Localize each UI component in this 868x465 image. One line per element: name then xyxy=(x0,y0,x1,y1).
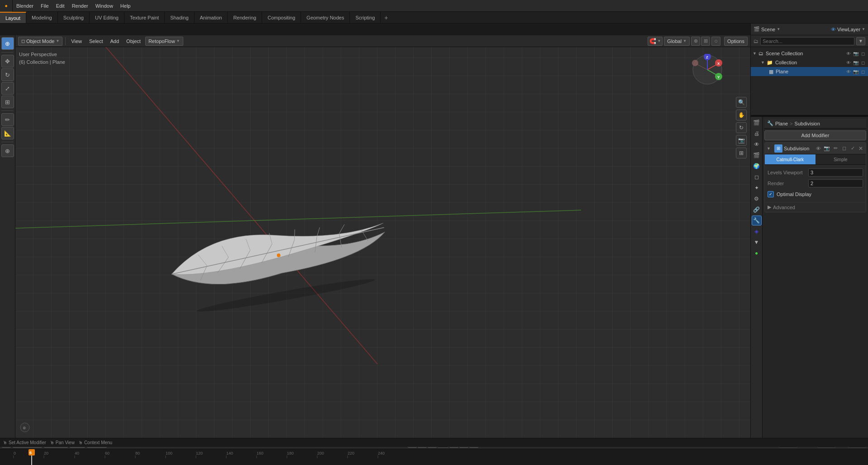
object-menu[interactable]: Object xyxy=(124,37,143,46)
tab-texture-paint[interactable]: Texture Paint xyxy=(124,12,165,23)
tab-modeling[interactable]: Modeling xyxy=(26,12,58,23)
mod-close-btn[interactable]: ✕ xyxy=(858,145,864,152)
plane-eye[interactable]: 👁 xyxy=(845,68,852,75)
outliner-search[interactable] xyxy=(760,37,854,45)
scene-collection-render[interactable]: ◻ xyxy=(860,50,866,57)
advanced-header[interactable]: ▶ Advanced xyxy=(768,204,863,210)
view-pan-btn[interactable]: ✋ xyxy=(736,110,747,120)
view-orbit-btn[interactable]: ↻ xyxy=(736,122,747,133)
collection-cam[interactable]: 📷 xyxy=(853,59,859,66)
options-btn[interactable]: Options xyxy=(724,37,748,46)
mod-visibility-icon[interactable]: 👁 xyxy=(815,145,822,152)
transform-icon-2[interactable]: ⊞ xyxy=(701,37,710,46)
optimal-display-checkbox[interactable]: ✓ xyxy=(768,191,774,197)
tab-catmull-clark[interactable]: Catmull-Clark xyxy=(765,154,816,164)
menu-edit[interactable]: Edit xyxy=(52,0,68,11)
magnet-icon[interactable]: 🧲 xyxy=(649,38,656,44)
view-menu[interactable]: View xyxy=(68,37,85,46)
tool-annotate[interactable]: ✏ xyxy=(1,113,14,126)
collection-eye[interactable]: 👁 xyxy=(845,59,852,66)
prop-output-icon[interactable]: 🖨 xyxy=(752,129,762,139)
scene-collection-label: Scene Collection xyxy=(766,51,844,56)
mod-apply-icon[interactable]: ✓ xyxy=(849,145,856,152)
collection-render[interactable]: ◻ xyxy=(860,59,866,66)
tab-shading[interactable]: Shading xyxy=(165,12,194,23)
svg-text:6: 6 xyxy=(29,451,32,455)
tab-animation[interactable]: Animation xyxy=(195,12,228,23)
menu-render[interactable]: Render xyxy=(68,0,92,11)
transform-icon-1[interactable]: ⊕ xyxy=(691,37,700,46)
prop-shader-icon[interactable]: ◈ xyxy=(752,226,762,236)
prop-object-icon[interactable]: ◻ xyxy=(752,172,762,182)
global-dropdown[interactable]: Global ▼ xyxy=(664,37,690,46)
tab-simple[interactable]: Simple xyxy=(816,154,866,164)
prop-modifier-icon[interactable]: 🔧 xyxy=(752,216,762,225)
mod-cage-icon[interactable]: ◻ xyxy=(840,145,848,152)
menu-blender[interactable]: Blender xyxy=(13,0,37,11)
tool-measure[interactable]: 📐 xyxy=(1,127,14,139)
proportional-icon[interactable]: ○ xyxy=(711,37,720,46)
sep1 xyxy=(65,37,66,45)
nav-gizmo[interactable]: X Y Z xyxy=(692,54,723,86)
prop-constraints-icon[interactable]: 🔗 xyxy=(752,205,762,215)
status-item-1: 🖱 Set Active Modifier xyxy=(3,440,46,445)
tool-scale[interactable]: ⤢ xyxy=(1,82,14,95)
levels-viewport-value[interactable]: 3 xyxy=(808,168,863,177)
tab-sculpting[interactable]: Sculpting xyxy=(58,12,90,23)
prop-world-icon[interactable]: 🌍 xyxy=(752,161,762,171)
plane-render[interactable]: ◻ xyxy=(860,68,866,75)
tool-add[interactable]: ⊕ xyxy=(1,144,14,157)
mode-dropdown[interactable]: ◻ Object Mode ▼ xyxy=(18,37,62,46)
prop-scene-icon[interactable]: 🎬 xyxy=(752,150,762,160)
breadcrumb-object[interactable]: Plane xyxy=(775,121,788,126)
prop-particles-icon[interactable]: ✦ xyxy=(752,183,762,193)
tool-cursor[interactable]: ⊕ xyxy=(1,37,14,50)
view-camera-btn[interactable]: 📷 xyxy=(736,135,747,146)
breadcrumb-icon: 🔧 xyxy=(767,120,773,126)
prop-render-icon[interactable]: 🎬 xyxy=(752,118,762,128)
scene-selector[interactable]: 🎬 Scene ▼ xyxy=(754,26,780,32)
prop-material-icon[interactable]: ● xyxy=(752,248,762,258)
prop-physics-icon[interactable]: ⚙ xyxy=(752,194,762,204)
svg-text:220: 220 xyxy=(348,451,354,455)
scene-collection-cam[interactable]: 📷 xyxy=(853,50,859,57)
retopoflow-dropdown[interactable]: RetopoFlow ▼ xyxy=(145,37,183,46)
add-modifier-btn[interactable]: Add Modifier xyxy=(764,130,866,140)
menu-window[interactable]: Window xyxy=(92,0,117,11)
tab-uv-editing[interactable]: UV Editing xyxy=(90,12,124,23)
viewlayer-selector[interactable]: 👁 ViewLayer ▼ xyxy=(831,27,865,32)
prop-data-icon[interactable]: ▼ xyxy=(752,237,762,247)
render-value[interactable]: 2 xyxy=(808,179,863,187)
tab-rendering[interactable]: Rendering xyxy=(228,12,262,23)
mod-collapse-btn[interactable]: ▼ xyxy=(767,146,773,151)
prop-viewlayer-icon[interactable]: 👁 xyxy=(752,139,762,149)
tab-geometry-nodes[interactable]: Geometry Nodes xyxy=(301,12,350,23)
menu-help[interactable]: Help xyxy=(117,0,134,11)
blender-logo: 🔸 xyxy=(0,0,13,12)
outliner-plane[interactable]: ▦ Plane 👁 📷 ◻ xyxy=(751,67,868,76)
tool-transform[interactable]: ⊞ xyxy=(1,96,14,108)
view-quad-btn[interactable]: ⊞ xyxy=(736,148,747,158)
tab-layout[interactable]: Layout xyxy=(0,12,26,23)
tool-rotate[interactable]: ↻ xyxy=(1,68,14,81)
outliner-filter-btn[interactable]: ▼ xyxy=(856,37,865,45)
plane-cam[interactable]: 📷 xyxy=(853,68,859,75)
scene-collection-eye[interactable]: 👁 xyxy=(845,50,852,57)
tab-compositing[interactable]: Compositing xyxy=(262,12,301,23)
add-menu[interactable]: Add xyxy=(108,37,122,46)
mod-edit-icon[interactable]: ✏ xyxy=(832,145,839,152)
timeline-track[interactable]: 0 20 40 60 80 100 120 140 160 180 200 22… xyxy=(0,449,868,465)
optimal-display-label: Optimal Display xyxy=(777,192,811,197)
mod-render-icon[interactable]: 📷 xyxy=(823,145,830,152)
tab-add-button[interactable]: + xyxy=(381,14,391,21)
menu-file[interactable]: File xyxy=(37,0,52,11)
outliner-scene-collection[interactable]: ▼ 🗂 Scene Collection 👁 📷 ◻ xyxy=(751,49,868,58)
view-zoom-btn[interactable]: 🔍 xyxy=(736,97,747,108)
snap-dropdown-icon[interactable]: ▼ xyxy=(657,39,661,43)
outliner-collection[interactable]: ▼ 📁 Collection 👁 📷 ◻ xyxy=(751,58,868,67)
viewport-3d[interactable]: User Perspective (6) Collection | Plane xyxy=(15,47,750,438)
scene-chevron: ▼ xyxy=(777,27,780,31)
select-menu[interactable]: Select xyxy=(86,37,106,46)
tool-move[interactable]: ✥ xyxy=(1,55,14,67)
tab-scripting[interactable]: Scripting xyxy=(350,12,381,23)
